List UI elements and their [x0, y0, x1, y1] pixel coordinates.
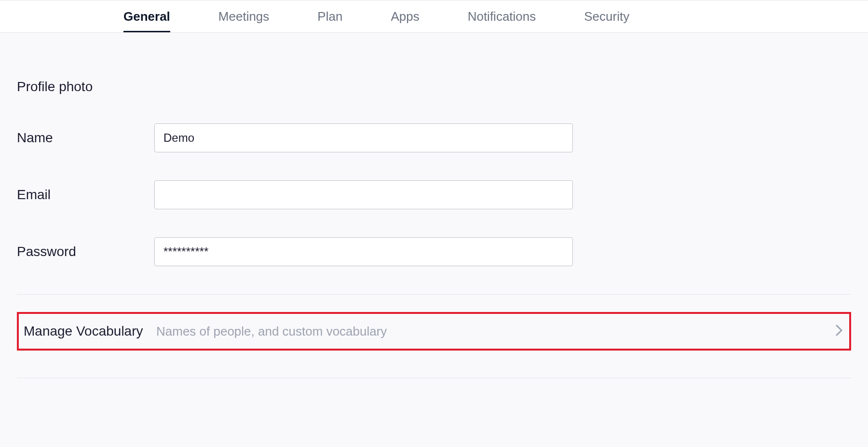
password-label: Password	[17, 244, 154, 259]
tab-plan[interactable]: Plan	[317, 0, 342, 32]
tab-security[interactable]: Security	[584, 0, 629, 32]
divider	[17, 378, 851, 378]
tabs-bar: General Meetings Plan Apps Notifications…	[0, 0, 868, 33]
profile-photo-heading: Profile photo	[17, 79, 851, 95]
password-input[interactable]	[154, 237, 573, 266]
chevron-right-icon	[834, 324, 843, 339]
name-row: Name	[17, 123, 851, 152]
tab-apps[interactable]: Apps	[391, 0, 419, 32]
name-label: Name	[17, 130, 154, 146]
name-input[interactable]	[154, 123, 573, 152]
tab-meetings[interactable]: Meetings	[218, 0, 270, 32]
divider	[17, 294, 851, 295]
content-area: Profile photo Name Email Password Manage…	[0, 79, 868, 378]
manage-vocabulary-title: Manage Vocabulary	[19, 324, 156, 339]
manage-vocabulary-description: Names of people, and custom vocabulary	[156, 324, 834, 339]
tab-notifications[interactable]: Notifications	[468, 0, 536, 32]
password-row: Password	[17, 237, 851, 266]
manage-vocabulary-row[interactable]: Manage Vocabulary Names of people, and c…	[17, 312, 851, 351]
email-input[interactable]	[154, 180, 573, 209]
email-row: Email	[17, 180, 851, 209]
email-label: Email	[17, 187, 154, 203]
tab-general[interactable]: General	[123, 0, 170, 32]
